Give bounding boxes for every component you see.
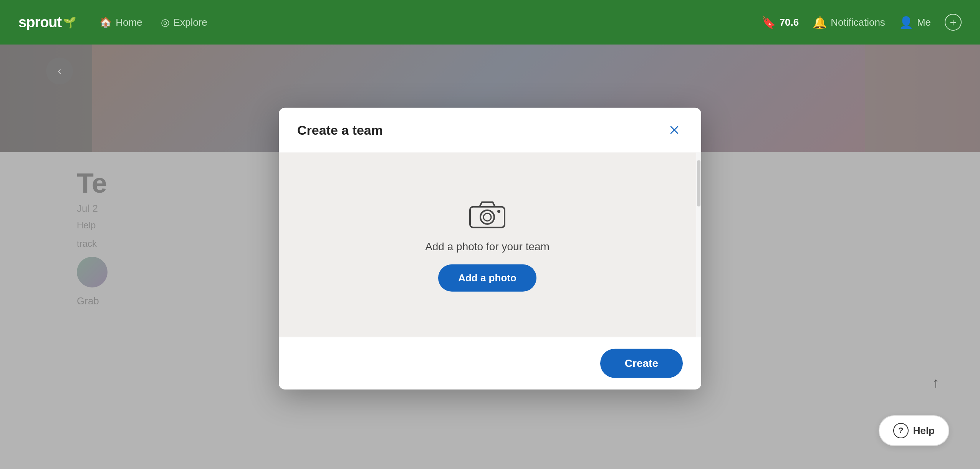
modal-header: Create a team [279,108,701,153]
nav-home-label: Home [116,17,142,28]
help-label: Help [913,425,935,437]
arrow-up-icon: ↑ [932,375,939,391]
add-photo-button[interactable]: Add a photo [438,264,536,291]
scroll-up-button[interactable]: ↑ [926,373,945,392]
camera-icon-wrap [468,198,507,229]
modal-footer: Create [279,337,701,390]
add-button[interactable]: ＋ [945,14,962,31]
nav-home-link[interactable]: 🏠 Home [99,17,142,28]
notifications-nav[interactable]: 🔔 Notifications [813,16,885,29]
svg-point-1 [480,210,494,224]
score-value: 70.6 [780,17,799,28]
nav-right: 🔖 70.6 🔔 Notifications 👤 Me ＋ [761,14,962,31]
modal-title: Create a team [297,122,383,137]
logo-text: sprout [18,14,61,31]
create-team-modal: Create a team Add a photo for your team … [279,108,701,390]
camera-icon [468,198,507,229]
nav-explore-label: Explore [174,17,207,28]
notifications-label: Notifications [831,17,885,28]
help-button[interactable]: ? Help [879,415,949,446]
bell-icon: 🔔 [813,16,827,29]
close-icon [669,124,680,136]
create-button[interactable]: Create [600,349,683,378]
nav-links: 🏠 Home ◎ Explore [99,17,761,28]
scrollbar-thumb [697,160,700,206]
navbar: sprout 🌱 🏠 Home ◎ Explore 🔖 70.6 🔔 Notif… [0,0,980,45]
nav-explore-link[interactable]: ◎ Explore [161,17,207,28]
score-widget[interactable]: 🔖 70.6 [761,16,799,29]
svg-point-2 [483,213,491,221]
modal-body: Add a photo for your team Add a photo [279,153,701,337]
modal-scrollbar[interactable] [696,153,701,337]
score-bookmark-icon: 🔖 [761,16,776,29]
help-icon: ? [893,423,909,438]
plus-icon: ＋ [948,15,958,30]
photo-prompt-text: Add a photo for your team [425,240,550,253]
photo-upload-area: Add a photo for your team Add a photo [279,153,696,337]
home-icon: 🏠 [99,17,112,28]
modal-close-button[interactable] [666,122,683,139]
logo[interactable]: sprout 🌱 [18,14,76,31]
svg-point-3 [497,210,500,213]
user-icon: 👤 [899,16,913,29]
logo-leaf-icon: 🌱 [63,16,76,29]
me-label: Me [917,17,931,28]
explore-icon: ◎ [161,17,170,28]
me-nav[interactable]: 👤 Me [899,16,931,29]
